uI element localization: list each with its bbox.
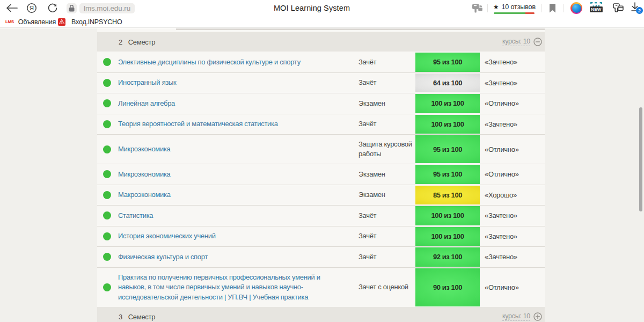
course-row: Элективные дисциплины по физической куль…: [97, 52, 545, 72]
course-status-dot-icon: [103, 232, 111, 240]
course-status-dot-icon: [103, 99, 111, 107]
score-badge: 100 из 100: [415, 115, 480, 134]
minus-circle-icon: [533, 38, 542, 46]
page-title: MOI Learning System: [228, 0, 396, 16]
score-cell: 95 из 100: [415, 164, 480, 185]
exam-type-label: Зачёт: [358, 57, 376, 67]
score-cell: 100 из 100: [415, 114, 480, 135]
navigation-group: Я lms.moi.edu.ru: [0, 0, 135, 16]
course-title-link[interactable]: Статистика: [118, 211, 153, 221]
score-badge: 95 из 100: [415, 53, 480, 72]
course-title-link[interactable]: Линейная алгебра: [118, 99, 175, 109]
course-title-link[interactable]: Элективные дисциплины по физической куль…: [118, 57, 301, 68]
score-value: 64 из 100: [433, 79, 462, 87]
star-icon: ★: [493, 4, 499, 10]
title-cell: Макроэкономика: [118, 185, 358, 206]
course-row: Статистика Зачёт 100 из 100 «Зачтено»: [97, 205, 545, 226]
score-value: 92 из 100: [433, 253, 462, 261]
bookmark-announcements[interactable]: LMS Объявления: [5, 18, 56, 26]
collapse-semester-button[interactable]: [533, 38, 542, 46]
course-title-link[interactable]: Макроэкономика: [118, 190, 171, 200]
score-badge: 95 из 100: [415, 135, 480, 163]
exam-type-cell: Зачёт: [358, 114, 415, 135]
status-cell: [97, 185, 118, 206]
course-row: Практика по получению первичных професси…: [97, 267, 545, 308]
title-cell: Линейная алгебра: [118, 93, 358, 114]
course-rows: Элективные дисциплины по физической куль…: [97, 52, 545, 307]
course-title-link[interactable]: Физическая культура и спорт: [118, 252, 208, 262]
bookmark-inpsycho-login[interactable]: Вход.INPSYCHO: [58, 18, 122, 26]
expand-semester-button[interactable]: [533, 312, 542, 321]
reviews-row: ★ 10 отзывов: [493, 3, 536, 11]
address-bar[interactable]: lms.moi.edu.ru: [79, 3, 135, 13]
site-security-chip[interactable]: [67, 3, 77, 13]
reload-button[interactable]: [46, 2, 59, 14]
exam-type-cell: Зачёт: [358, 206, 415, 226]
title-cell: Статистика: [118, 206, 358, 226]
grade-cell: «Зачтено»: [480, 247, 545, 267]
score-cell: 100 из 100: [415, 226, 480, 247]
key-outline-icon: [613, 3, 624, 13]
course-title-link[interactable]: Микроэкономика: [118, 170, 171, 180]
bookmark-flag-icon: [549, 4, 556, 13]
exam-type-label: Зачёт: [358, 78, 376, 87]
back-button[interactable]: [4, 1, 19, 16]
site-reviews[interactable]: ★ 10 отзывов: [493, 2, 536, 14]
course-row: Теория вероятностей и математическая ста…: [97, 114, 545, 135]
exam-type-label: Зачёт: [358, 252, 376, 262]
password-manager-button[interactable]: [471, 4, 485, 13]
grade-cell: «Отлично»: [480, 268, 545, 308]
rating-meter: [494, 12, 535, 14]
course-title-link[interactable]: Теория вероятностей и математическая ста…: [118, 119, 278, 129]
score-badge: 100 из 100: [415, 94, 480, 113]
courses-count-link[interactable]: курсы: 10: [502, 38, 530, 46]
score-value: 90 из 100: [433, 283, 462, 291]
status-cell: [97, 206, 118, 226]
title-cell: Микроэкономика: [118, 135, 358, 164]
course-row: Иностранный язык Зачёт 64 из 100 «Зачтен…: [97, 72, 545, 93]
course-status-dot-icon: [103, 120, 111, 128]
course-title-link[interactable]: Микроэкономика: [118, 144, 171, 155]
downloads-button[interactable]: 2: [627, 0, 643, 16]
grade-label: «Зачтено»: [485, 253, 517, 261]
course-title-link[interactable]: Иностранный язык: [118, 78, 176, 88]
scrollbar-thumb[interactable]: [639, 107, 642, 211]
courses-count-link[interactable]: курсы: 10: [502, 312, 530, 321]
bookmark-this-page-button[interactable]: [545, 4, 559, 13]
status-cell: [97, 135, 118, 164]
toolbar-divider: [564, 4, 564, 12]
exam-type-label: Защита курсовой работы: [358, 140, 413, 159]
grade-label: «Зачтено»: [485, 120, 517, 128]
plus-circle-icon: [533, 312, 542, 321]
toolbar-divider: [487, 4, 488, 12]
semester-2-header: 2 Семестр курсы: 10: [97, 32, 545, 52]
exam-type-cell: Зачёт: [358, 73, 415, 93]
score-value: 100 из 100: [431, 99, 464, 107]
download-count-badge: 2: [636, 7, 643, 14]
course-row: История экономических учений Зачёт 100 и…: [97, 226, 545, 247]
new-badge: NEW: [590, 6, 603, 12]
status-cell: [97, 114, 118, 135]
course-row: Микроэкономика Защита курсовой работы 95…: [97, 134, 545, 164]
semester-3-header: 3 Семестр курсы: 10: [97, 307, 545, 322]
rating-meter-positive: [494, 12, 525, 14]
grade-cell: «Зачтено»: [480, 114, 545, 135]
score-value: 85 из 100: [433, 191, 462, 199]
lock-icon: [69, 5, 75, 12]
lms-favicon: LMS: [5, 20, 14, 24]
grade-label: «Зачтено»: [485, 58, 517, 66]
screenshot-extension-button[interactable]: NEW: [588, 0, 604, 16]
score-badge: 85 из 100: [415, 186, 480, 205]
extension-sphere-button[interactable]: [569, 2, 583, 14]
yandex-browser-button[interactable]: Я: [25, 2, 38, 14]
course-title-link[interactable]: Практика по получению первичных професси…: [118, 273, 333, 303]
score-cell: 95 из 100: [415, 52, 480, 72]
exam-type-cell: Экзамен: [358, 93, 415, 114]
title-cell: Физическая культура и спорт: [118, 247, 358, 267]
score-value: 100 из 100: [431, 211, 464, 219]
score-badge: 64 из 100: [415, 74, 480, 93]
grade-cell: «Зачтено»: [480, 206, 545, 226]
passwords-outline-button[interactable]: [611, 3, 625, 13]
course-title-link[interactable]: История экономических учений: [118, 231, 216, 241]
grade-label: «Зачтено»: [485, 211, 517, 219]
